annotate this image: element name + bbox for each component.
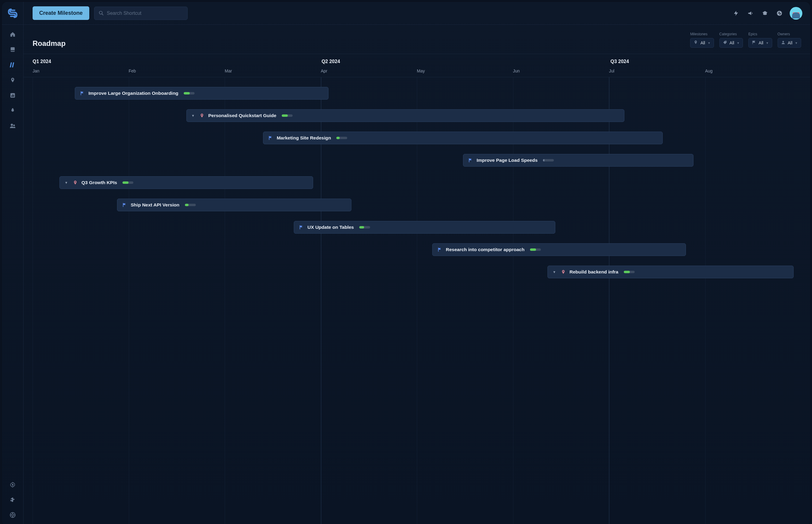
nav-docs[interactable] <box>10 47 16 52</box>
milestone-bar[interactable]: ▼Q3 Growth KPIs <box>60 176 313 189</box>
epic-bar[interactable]: Ship Next API Version <box>117 199 351 211</box>
milestone-bar[interactable]: ▼Personalised Quickstart Guide <box>186 109 624 122</box>
epic-bar[interactable]: Improve Page Load Speeds <box>463 154 693 167</box>
svg-point-23 <box>75 181 76 182</box>
create-milestone-button[interactable]: Create Milestone <box>33 6 89 20</box>
gantt-row: Improve Large Organization Onboarding <box>33 84 801 103</box>
svg-point-20 <box>725 41 726 42</box>
progress-bar <box>543 159 554 162</box>
activity-icon[interactable] <box>776 10 782 16</box>
svg-point-14 <box>12 514 14 516</box>
nav-reports[interactable] <box>10 92 16 98</box>
gantt-row: Improve Page Load Speeds <box>33 151 801 170</box>
nav-integrations[interactable] <box>10 497 16 503</box>
month-label: Jan <box>33 68 129 73</box>
user-avatar[interactable] <box>790 7 802 20</box>
progress-bar <box>282 114 292 117</box>
filter-owners: OwnersAll▼ <box>778 32 801 48</box>
bar-title: Improve Page Load Speeds <box>477 158 538 163</box>
month-label: Jun <box>513 68 609 73</box>
filter-label: Categories <box>720 32 743 36</box>
filter-label: Owners <box>778 32 801 36</box>
progress-bar <box>359 226 370 229</box>
svg-rect-3 <box>11 47 15 52</box>
progress-bar <box>184 92 194 95</box>
education-icon[interactable] <box>762 10 768 16</box>
nav-roadmap[interactable] <box>9 62 16 68</box>
gantt-row: Research into competitor approach <box>33 240 801 259</box>
sidebar <box>2 25 23 524</box>
gantt-row: UX Update on Tables <box>33 218 801 236</box>
search-input[interactable] <box>107 11 183 16</box>
nav-launch[interactable] <box>10 108 16 114</box>
nav-team[interactable] <box>9 122 16 129</box>
bar-title: Marketing Site Redesign <box>276 135 331 141</box>
flag-icon <box>122 202 127 207</box>
pin-icon <box>693 40 698 46</box>
month-label: Apr <box>321 68 417 73</box>
chevron-down-icon: ▼ <box>766 42 769 45</box>
nav-settings[interactable] <box>10 482 16 488</box>
flag-icon <box>468 158 473 163</box>
svg-point-11 <box>13 124 15 126</box>
megaphone-icon[interactable] <box>747 10 754 16</box>
filter-value: All <box>788 40 793 45</box>
epic-bar[interactable]: Marketing Site Redesign <box>263 132 663 144</box>
gantt-row: Ship Next API Version <box>33 196 801 214</box>
filter-value: All <box>730 40 734 45</box>
svg-point-10 <box>11 124 13 126</box>
search-box[interactable] <box>94 7 188 20</box>
epic-bar[interactable]: Research into competitor approach <box>432 243 686 256</box>
quarter-label: Q2 2024 <box>322 59 610 64</box>
gantt-row: ▼Rebuild backend infra <box>33 263 801 281</box>
svg-point-12 <box>12 484 13 486</box>
page-title: Roadmap <box>33 39 65 48</box>
pin-icon <box>73 180 78 185</box>
nav-help[interactable] <box>10 512 16 518</box>
gantt-row: ▼Q3 Growth KPIs <box>33 173 801 192</box>
bar-title: Research into competitor approach <box>446 247 525 252</box>
filter-value: All <box>759 40 763 45</box>
pin-icon <box>199 113 204 118</box>
filter-dropdown[interactable]: All▼ <box>748 38 772 48</box>
progress-bar <box>336 137 347 139</box>
filter-categories: CategoriesAll▼ <box>720 32 743 48</box>
nav-home[interactable] <box>10 31 16 37</box>
expand-caret-icon[interactable]: ▼ <box>553 270 556 274</box>
expand-caret-icon[interactable]: ▼ <box>191 114 195 117</box>
month-label: Aug <box>705 68 801 73</box>
page-header: Roadmap MilestonesAll▼CategoriesAll▼Epic… <box>23 25 810 54</box>
filter-label: Milestones <box>690 32 714 36</box>
bar-title: Q3 Growth KPIs <box>82 180 117 185</box>
filter-value: All <box>700 40 705 45</box>
topbar: Create Milestone <box>2 2 810 25</box>
month-label: Mar <box>225 68 321 73</box>
expand-caret-icon[interactable]: ▼ <box>65 181 68 184</box>
bar-title: Personalised Quickstart Guide <box>208 113 276 118</box>
epic-bar[interactable]: Improve Large Organization Onboarding <box>75 87 328 100</box>
milestone-bar[interactable]: ▼Rebuild backend infra <box>547 266 793 278</box>
svg-rect-9 <box>13 95 14 97</box>
gantt-row: ▼Personalised Quickstart Guide <box>33 106 801 125</box>
progress-bar <box>122 181 133 184</box>
user-icon <box>781 40 785 46</box>
svg-point-21 <box>782 41 784 43</box>
search-icon <box>99 11 104 16</box>
filters-row: MilestonesAll▼CategoriesAll▼EpicsAll▼Own… <box>690 32 801 48</box>
bar-title: Rebuild backend infra <box>570 269 618 275</box>
gantt-area[interactable]: Improve Large Organization Onboarding▼Pe… <box>23 77 810 524</box>
svg-point-19 <box>695 41 696 42</box>
app-logo[interactable] <box>2 2 23 24</box>
bolt-icon[interactable] <box>733 10 739 16</box>
flag-icon <box>437 247 442 252</box>
filter-dropdown[interactable]: All▼ <box>690 38 714 48</box>
nav-milestones[interactable] <box>10 77 16 83</box>
svg-point-24 <box>563 271 564 272</box>
filter-dropdown[interactable]: All▼ <box>778 38 801 48</box>
filter-label: Epics <box>748 32 772 36</box>
filter-dropdown[interactable]: All▼ <box>720 38 743 48</box>
epic-bar[interactable]: UX Update on Tables <box>294 221 555 234</box>
progress-bar <box>185 204 196 206</box>
progress-bar <box>624 271 635 273</box>
svg-rect-7 <box>11 95 12 97</box>
